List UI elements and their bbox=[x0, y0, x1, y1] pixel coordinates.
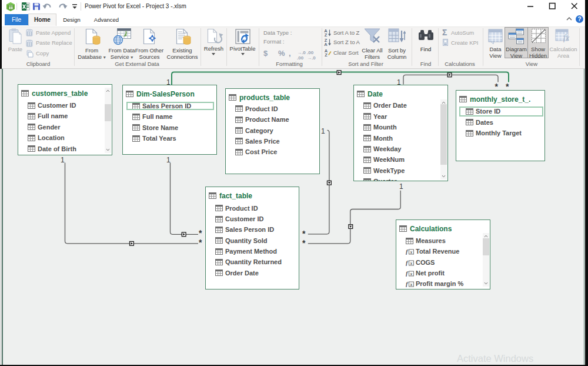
svg-text:x: x bbox=[410, 249, 413, 255]
svg-text:f: f bbox=[406, 269, 409, 277]
svg-text:x: x bbox=[410, 271, 413, 277]
svg-text:f: f bbox=[406, 280, 409, 287]
svg-text:f: f bbox=[406, 248, 409, 255]
svg-text:x: x bbox=[410, 282, 413, 287]
svg-text:f: f bbox=[406, 259, 409, 266]
svg-text:x: x bbox=[410, 260, 413, 265]
